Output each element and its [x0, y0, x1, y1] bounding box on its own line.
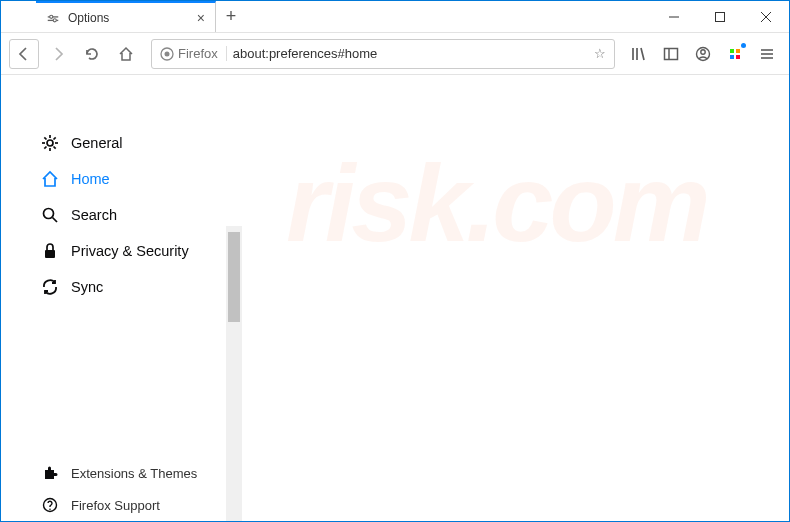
window-controls: [651, 1, 789, 32]
window-titlebar: Options × +: [1, 1, 789, 33]
close-button[interactable]: [743, 1, 789, 32]
svg-rect-5: [716, 12, 725, 21]
minimize-button[interactable]: [651, 1, 697, 32]
back-button[interactable]: [9, 39, 39, 69]
sidebar-item-label: Home: [71, 171, 110, 187]
svg-rect-20: [736, 55, 740, 59]
url-bar[interactable]: Firefox about:preferences#home ☆: [151, 39, 615, 69]
main-panel: risk.com Find in Options Home Restore De…: [216, 75, 789, 521]
svg-line-31: [44, 147, 46, 149]
svg-rect-18: [736, 49, 740, 53]
sidebar-item-extensions[interactable]: Extensions & Themes: [1, 457, 216, 489]
svg-line-34: [53, 218, 58, 223]
sidebar-item-sync[interactable]: Sync: [1, 269, 216, 305]
sidebar-item-home[interactable]: Home: [1, 161, 216, 197]
sidebar-item-support[interactable]: Firefox Support: [1, 489, 216, 521]
tab-title: Options: [68, 11, 109, 25]
url-text: about:preferences#home: [233, 46, 378, 61]
identity-box[interactable]: Firefox: [160, 46, 227, 61]
lock-icon: [41, 242, 59, 260]
svg-line-30: [54, 147, 56, 149]
sidebar-button[interactable]: [657, 40, 685, 68]
scrollbar[interactable]: [226, 226, 242, 521]
sidebar-item-label: Sync: [71, 279, 103, 295]
options-icon: [46, 11, 60, 25]
search-icon: [41, 206, 59, 224]
svg-point-24: [47, 140, 53, 146]
browser-tab[interactable]: Options ×: [36, 1, 216, 32]
sync-icon: [41, 278, 59, 296]
sidebar-item-search[interactable]: Search: [1, 197, 216, 233]
svg-point-33: [44, 209, 54, 219]
sidebar-item-label: Firefox Support: [71, 498, 160, 513]
svg-point-2: [50, 15, 53, 18]
svg-line-32: [54, 137, 56, 139]
svg-point-16: [701, 49, 705, 53]
svg-point-37: [49, 509, 51, 511]
scrollbar-thumb[interactable]: [228, 232, 240, 322]
help-icon: [41, 496, 59, 514]
sidebar-item-label: Privacy & Security: [71, 243, 189, 259]
sidebar-item-label: Extensions & Themes: [71, 466, 197, 481]
svg-rect-17: [730, 49, 734, 53]
svg-line-12: [641, 48, 644, 60]
navigation-toolbar: Firefox about:preferences#home ☆: [1, 33, 789, 75]
puzzle-icon: [41, 464, 59, 482]
svg-line-29: [44, 137, 46, 139]
svg-rect-35: [45, 250, 55, 258]
svg-rect-19: [730, 55, 734, 59]
gear-icon: [41, 134, 59, 152]
menu-button[interactable]: [753, 40, 781, 68]
sidebar-item-label: Search: [71, 207, 117, 223]
svg-rect-13: [665, 48, 678, 59]
svg-point-3: [53, 18, 56, 21]
extension-button[interactable]: [721, 40, 749, 68]
tab-close-icon[interactable]: ×: [197, 10, 205, 26]
content-area: General Home Search Privacy & Security S…: [1, 75, 789, 521]
categories-sidebar: General Home Search Privacy & Security S…: [1, 75, 216, 521]
sidebar-item-general[interactable]: General: [1, 125, 216, 161]
svg-point-9: [165, 51, 170, 56]
account-button[interactable]: [689, 40, 717, 68]
home-icon: [41, 170, 59, 188]
new-tab-button[interactable]: +: [216, 1, 246, 32]
bookmark-star-icon[interactable]: ☆: [594, 46, 606, 61]
firefox-icon: [160, 47, 174, 61]
watermark: risk.com: [286, 139, 789, 266]
maximize-button[interactable]: [697, 1, 743, 32]
sidebar-item-label: General: [71, 135, 123, 151]
sidebar-item-privacy[interactable]: Privacy & Security: [1, 233, 216, 269]
reload-button[interactable]: [77, 39, 107, 69]
home-button[interactable]: [111, 39, 141, 69]
forward-button[interactable]: [43, 39, 73, 69]
library-button[interactable]: [625, 40, 653, 68]
